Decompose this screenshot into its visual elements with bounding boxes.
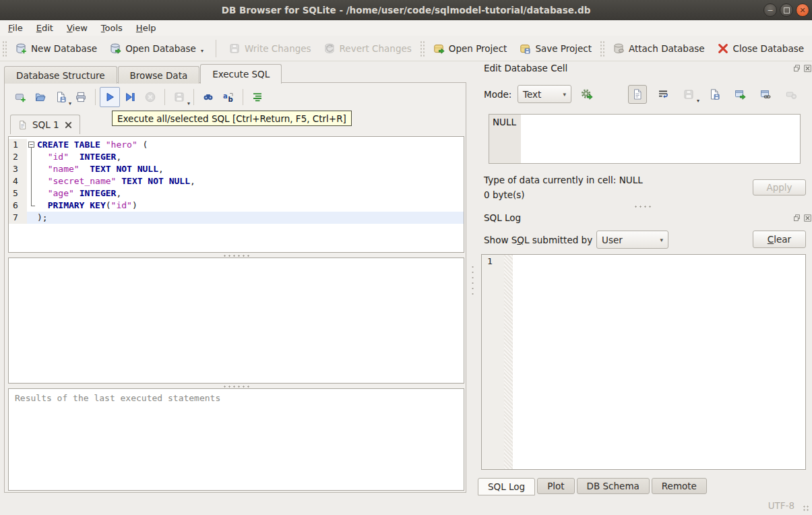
new-sql-tab-icon <box>14 91 26 103</box>
new-database-button[interactable]: New Database <box>9 40 103 57</box>
cell-size-info: 0 byte(s) <box>484 189 525 200</box>
splitter-docks[interactable] <box>633 206 652 208</box>
clear-log-button[interactable]: Clear <box>753 231 806 248</box>
messages-pane[interactable]: Results of the last executed statements <box>8 388 464 491</box>
new-database-icon <box>15 42 27 55</box>
menu-edit[interactable]: Edit <box>30 22 60 34</box>
revert-changes-button[interactable]: Revert Changes <box>317 40 418 57</box>
clear-button-label: Clear <box>768 234 791 245</box>
execute-sql-tooltip: Execute all/selected SQL [Ctrl+Return, F… <box>112 111 352 126</box>
cell-insert-link-button[interactable] <box>756 85 775 104</box>
cell-set-null-button[interactable] <box>782 85 801 104</box>
execute-line-icon <box>124 91 136 103</box>
sql-log-title: SQL Log <box>484 212 521 223</box>
stop-execution-button[interactable] <box>140 87 160 107</box>
find-replace-button[interactable]: ab <box>218 87 239 107</box>
cell-word-wrap-button[interactable] <box>654 85 673 104</box>
log-filter-value: User <box>602 235 623 245</box>
tab-close-icon[interactable] <box>64 121 73 129</box>
mode-select[interactable]: Text▾ <box>518 85 571 103</box>
attach-database-button[interactable]: Attach Database <box>606 40 711 57</box>
status-bar: UTF-8 <box>0 495 812 515</box>
cell-null-value: NULL <box>489 115 521 163</box>
fold-margin <box>27 200 37 212</box>
open-database-button[interactable]: Open Database▾ <box>103 40 210 57</box>
save-project-button[interactable]: Save Project <box>513 40 598 57</box>
open-sql-file-button[interactable] <box>30 87 51 107</box>
save-results-button[interactable]: ▾ <box>169 87 189 107</box>
sql-log-view[interactable]: 1 <box>481 254 806 470</box>
float-icon[interactable] <box>792 64 801 73</box>
close-icon[interactable]: ✕ <box>796 3 809 17</box>
edit-cell-dock-icons <box>792 64 812 73</box>
toolbar-drag-handle <box>2 40 7 57</box>
save-sql-file-button[interactable]: ▾ <box>51 87 71 107</box>
execute-line-button[interactable] <box>120 87 140 107</box>
close-icon[interactable] <box>803 214 812 222</box>
menu-file[interactable]: File <box>1 22 30 34</box>
messages-placeholder: Results of the last executed statements <box>9 389 464 407</box>
dropdown-caret-icon[interactable]: ▾ <box>697 98 699 104</box>
toolbar-button-label: Save Project <box>535 43 592 54</box>
close-icon[interactable] <box>803 64 812 73</box>
line-number: 7 <box>9 212 27 224</box>
open-project-button[interactable]: Open Project <box>427 40 513 57</box>
cell-value-editor[interactable]: NULL <box>489 114 801 164</box>
find-text-button[interactable] <box>198 87 218 107</box>
new-sql-tab-button[interactable] <box>10 87 30 107</box>
tab-browse-data[interactable]: Browse Data <box>118 66 200 84</box>
fold-margin[interactable]: − <box>27 139 37 151</box>
code-text: ); <box>37 212 464 224</box>
sql-code-editor[interactable]: 1−CREATE TABLE "hero" (2 "id" INTEGER,3 … <box>8 136 464 253</box>
fold-margin <box>27 212 37 224</box>
cell-export-button[interactable] <box>705 85 724 104</box>
code-line: 4 "secret_name" TEXT NOT NULL, <box>9 175 464 187</box>
sql-file-icon <box>18 120 28 130</box>
results-grid-pane[interactable] <box>8 258 464 384</box>
resize-grip-icon[interactable] <box>803 505 809 512</box>
cell-import-button[interactable]: ▾ <box>679 85 698 104</box>
toolbar-button-label: Attach Database <box>629 43 705 54</box>
float-icon[interactable] <box>792 214 801 222</box>
toolbar-separator <box>95 89 96 105</box>
print-sql-button[interactable] <box>71 87 91 107</box>
apply-mode-icon[interactable] <box>577 85 596 104</box>
menu-bar: FileEditViewToolsHelp <box>0 20 812 36</box>
write-changes-button[interactable]: Write Changes <box>222 40 317 57</box>
cell-set-null-icon <box>785 88 797 100</box>
dropdown-caret-icon[interactable]: ▾ <box>201 48 204 55</box>
log-filter-select[interactable]: User▾ <box>596 231 668 249</box>
log-fold-margin <box>504 255 513 469</box>
dock-tab-plot[interactable]: Plot <box>537 478 574 494</box>
splitter-left-right[interactable] <box>471 264 474 295</box>
dock-tab-remote[interactable]: Remote <box>652 478 707 494</box>
dock-tab-sql-log[interactable]: SQL Log <box>478 478 535 495</box>
tab-execute-sql[interactable]: Execute SQL <box>200 64 282 84</box>
tab-database-structure[interactable]: Database Structure <box>4 66 117 84</box>
mode-value: Text <box>523 89 541 100</box>
minimize-icon[interactable]: − <box>763 3 777 17</box>
toolbar-separator <box>243 89 243 105</box>
cell-print-button[interactable] <box>807 85 812 104</box>
apply-button[interactable]: Apply <box>753 179 806 195</box>
dock-tab-db-schema[interactable]: DB Schema <box>577 478 650 494</box>
close-database-button[interactable]: Close Database <box>711 40 810 57</box>
sql-document-tab[interactable]: SQL 1 <box>10 115 80 134</box>
titlebar[interactable]: DB Browser for SQLite - /home/user/code/… <box>0 0 812 21</box>
main-tab-bar: Database StructureBrowse DataExecute SQL <box>4 64 282 84</box>
menu-help[interactable]: Help <box>129 22 163 34</box>
execute-all-button[interactable] <box>100 87 120 107</box>
fold-collapse-icon[interactable]: − <box>28 142 34 148</box>
menu-tools[interactable]: Tools <box>94 22 129 34</box>
auto-format-button[interactable] <box>247 87 268 107</box>
cell-text-view-button[interactable] <box>628 85 647 104</box>
toolbar-button-label: Write Changes <box>245 43 311 54</box>
toolbar-separator <box>193 89 194 105</box>
line-number: 2 <box>9 151 27 163</box>
cell-open-external-button[interactable] <box>730 85 749 104</box>
toolbar-button-label: New Database <box>31 43 97 54</box>
menu-view[interactable]: View <box>60 22 94 34</box>
code-text: "id" INTEGER, <box>37 151 464 163</box>
dropdown-caret-icon[interactable]: ▾ <box>187 100 190 107</box>
maximize-icon[interactable] <box>780 3 793 17</box>
